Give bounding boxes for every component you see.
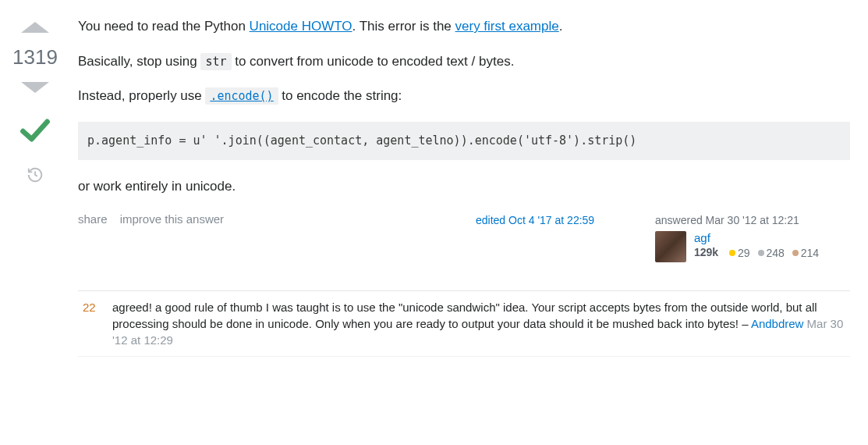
unicode-howto-link[interactable]: Unicode HOWTO xyxy=(250,19,353,34)
downvote-button[interactable] xyxy=(21,82,49,93)
edit-info: edited Oct 4 '17 at 22:59 xyxy=(476,212,655,226)
first-example-link[interactable]: very first example xyxy=(455,19,559,34)
post-text: You need to read the Python Unicode HOWT… xyxy=(78,17,850,197)
bronze-badge-count: 214 xyxy=(801,247,819,259)
post-menu: share improve this answer edited Oct 4 '… xyxy=(78,212,850,262)
avatar[interactable] xyxy=(655,231,686,262)
paragraph: You need to read the Python Unicode HOWT… xyxy=(78,17,850,37)
code-block: p.agent_info = u' '.join((agent_contact,… xyxy=(78,122,850,160)
author-link[interactable]: agf xyxy=(694,231,710,244)
answer-container: 1319 You need to read the Python Unicode… xyxy=(8,16,858,357)
comments-section: 22 agreed! a good rule of thumb I was ta… xyxy=(78,290,850,357)
comment-row: 22 agreed! a good rule of thumb I was ta… xyxy=(78,291,850,357)
edited-link[interactable]: edited Oct 4 '17 at 22:59 xyxy=(476,214,594,226)
answered-time: answered Mar 30 '12 at 12:21 xyxy=(655,214,850,226)
gold-badge-icon xyxy=(729,250,735,256)
vote-column: 1319 xyxy=(8,16,62,186)
text: edited xyxy=(476,214,508,226)
text: . xyxy=(559,19,563,34)
paragraph: Basically, stop using str to convert fro… xyxy=(78,52,850,72)
gold-badge-count: 29 xyxy=(738,247,750,259)
answered-date: Mar 30 '12 at 12:21 xyxy=(706,214,799,226)
user-stats: 129k 29 248 214 xyxy=(694,246,819,259)
text: to encode the string: xyxy=(278,88,402,103)
improve-answer-link[interactable]: improve this answer xyxy=(120,212,224,226)
author-card: answered Mar 30 '12 at 12:21 agf 129k 29… xyxy=(655,212,850,262)
post-history-icon[interactable] xyxy=(27,166,44,186)
comment-score: 22 xyxy=(78,299,112,315)
paragraph: Instead, properly use .encode() to encod… xyxy=(78,87,850,106)
share-link[interactable]: share xyxy=(78,212,108,226)
encode-method-link[interactable]: .encode() xyxy=(205,88,278,103)
inline-code-encode: .encode() xyxy=(205,87,278,105)
user-details: agf 129k 29 248 214 xyxy=(694,231,819,259)
paragraph: or work entirely in unicode. xyxy=(78,177,850,197)
silver-badge-icon xyxy=(758,250,764,256)
menu-links: share improve this answer xyxy=(78,212,233,226)
silver-badge-count: 248 xyxy=(767,247,785,259)
bronze-badge-icon xyxy=(792,250,799,256)
text: You need to read the Python xyxy=(78,19,250,34)
comment-author-link[interactable]: Andbdrew xyxy=(751,317,804,330)
vote-score: 1319 xyxy=(12,41,58,74)
comment-text: agreed! a good rule of thumb I was taugh… xyxy=(112,301,817,330)
text: to convert from unicode to encoded text … xyxy=(232,54,515,69)
reputation-score: 129k xyxy=(694,246,718,258)
inline-code-str: str xyxy=(200,53,231,70)
upvote-button[interactable] xyxy=(21,22,49,33)
text: Basically, stop using xyxy=(78,54,200,69)
accepted-checkmark-icon xyxy=(19,115,51,151)
text: . This error is the xyxy=(353,19,455,34)
edited-date: Oct 4 '17 at 22:59 xyxy=(508,214,594,226)
answer-body: You need to read the Python Unicode HOWT… xyxy=(62,16,858,357)
comment-body: agreed! a good rule of thumb I was taugh… xyxy=(112,299,847,348)
text: answered xyxy=(655,214,706,226)
text: Instead, properly use xyxy=(78,88,205,103)
user-info-row: agf 129k 29 248 214 xyxy=(655,231,850,262)
